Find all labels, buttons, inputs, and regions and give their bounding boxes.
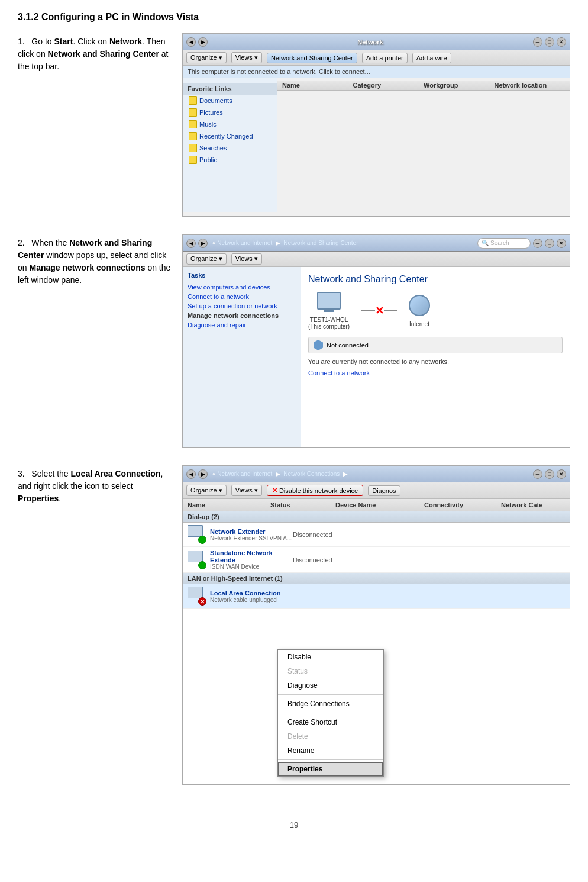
win3-disable-btn[interactable]: ✕ Disable this network device <box>267 485 363 496</box>
organize-btn[interactable]: Organize ▾ <box>186 52 227 63</box>
win1-notification[interactable]: This computer is not connected to a netw… <box>183 66 570 78</box>
red-status-icon: ✕ <box>198 597 206 606</box>
sidebar-link-documents[interactable]: Documents <box>183 95 277 107</box>
ne-status-val: Disconnected <box>293 531 332 538</box>
win2-left-pane: Tasks View computers and devices Connect… <box>183 267 301 447</box>
win2-views-btn[interactable]: Views ▾ <box>231 253 262 265</box>
win2-organize-btn[interactable]: Organize ▾ <box>186 253 227 265</box>
win1-maximize-btn[interactable]: □ <box>545 37 554 47</box>
win2-minimize-btn[interactable]: ─ <box>533 239 542 248</box>
internet-label: Internet <box>409 321 429 327</box>
ctx-disable[interactable]: Disable <box>278 650 383 664</box>
sharing-center-btn[interactable]: Network and Sharing Center <box>267 53 357 63</box>
col-connectivity-header: Connectivity <box>424 501 501 508</box>
pictures-icon <box>189 108 197 117</box>
bc-net-internet[interactable]: Network and Internet <box>217 240 272 246</box>
win2-forward-btn[interactable]: ▶ <box>198 239 208 248</box>
disable-btn-label: Disable this network device <box>279 487 358 494</box>
sharing-center-title: Network and Sharing Center <box>308 274 563 285</box>
green-status-icon-2 <box>198 561 206 569</box>
search-placeholder: Search <box>490 240 509 246</box>
win1-forward-btn[interactable]: ▶ <box>198 37 208 47</box>
win2-content: Tasks View computers and devices Connect… <box>183 267 570 447</box>
win1-close-btn[interactable]: ✕ <box>557 37 566 47</box>
col-status-header: Status <box>270 501 335 508</box>
win3-organize-btn[interactable]: Organize ▾ <box>186 485 227 496</box>
globe-icon <box>409 295 430 316</box>
sidebar-link-pictures[interactable]: Pictures <box>183 107 277 118</box>
step-2-screenshot: ◀ ▶ « Network and Internet ▶ Network and… <box>182 234 570 448</box>
bc3-net-connections[interactable]: Network Connections <box>283 471 340 477</box>
win2-back-btn[interactable]: ◀ <box>186 239 196 248</box>
win2-close-btn[interactable]: ✕ <box>557 239 566 248</box>
ctx-bridge[interactable]: Bridge Connections <box>278 697 383 711</box>
win1-toolbar: Organize ▾ Views ▾ Network and Sharing C… <box>183 50 570 66</box>
step-3-screenshot: ◀ ▶ « Network and Internet ▶ Network Con… <box>182 465 570 785</box>
sidebar-link-recently-changed[interactable]: Recently Changed <box>183 130 277 142</box>
pc-shape-1 <box>188 525 203 537</box>
col-workgroup: Workgroup <box>424 82 495 89</box>
win2-maximize-btn[interactable]: □ <box>545 239 554 248</box>
win1-minimize-btn[interactable]: ─ <box>533 37 542 47</box>
step-2-text: 2. When the Network and Sharing Center w… <box>18 234 172 287</box>
connect-link[interactable]: Connect to a network <box>308 369 370 376</box>
task-setup-connection[interactable]: Set up a connection or network <box>188 301 296 311</box>
disconnected-line: ✕ <box>361 305 397 316</box>
conn-row-standalone-extender[interactable]: Standalone Network Extende ISDN WAN Devi… <box>183 547 570 573</box>
step-1-number: 1. <box>18 37 29 46</box>
conn-row-local-area[interactable]: ✕ Local Area Connection Network cable un… <box>183 584 570 609</box>
ctx-rename[interactable]: Rename <box>278 743 383 758</box>
lan-section-header: LAN or High-Speed Internet (1) <box>183 573 570 584</box>
computer-label: TEST1-WHQL(This computer) <box>308 317 350 330</box>
win3-minimize-btn[interactable]: ─ <box>533 469 542 479</box>
add-printer-btn[interactable]: Add a printer <box>362 53 408 63</box>
sidebar-link-public[interactable]: Public <box>183 154 277 166</box>
add-wire-btn[interactable]: Add a wire <box>412 53 451 63</box>
win1-back-btn[interactable]: ◀ <box>186 37 196 47</box>
task-diagnose[interactable]: Diagnose and repair <box>188 320 296 330</box>
sidebar-link-public-label: Public <box>199 156 217 163</box>
standalone-extender-sub: ISDN WAN Device <box>210 564 293 570</box>
public-icon <box>189 156 197 164</box>
task-view-computers[interactable]: View computers and devices <box>188 282 296 292</box>
win2-right-pane: Network and Sharing Center TEST1-WHQL(Th… <box>301 267 570 447</box>
step-1-screenshot: ◀ ▶ Network ─ □ ✕ Organize ▾ Views ▾ Net… <box>182 33 570 217</box>
win3-breadcrumb: « Network and Internet ▶ Network Connect… <box>212 471 348 477</box>
network-info: You are currently not connected to any n… <box>308 358 563 365</box>
network-extender-name: Network Extender Network Extender SSLVPN… <box>210 528 293 542</box>
win3-forward-btn[interactable]: ▶ <box>198 469 208 479</box>
ctx-diagnose[interactable]: Diagnose <box>278 678 383 693</box>
win3-titlebar: ◀ ▶ « Network and Internet ▶ Network Con… <box>183 466 570 482</box>
ctx-create-shortcut[interactable]: Create Shortcut <box>278 715 383 729</box>
win1-title: Network <box>210 38 531 46</box>
views-btn[interactable]: Views ▾ <box>231 52 262 63</box>
sidebar-link-music-label: Music <box>199 121 217 128</box>
context-menu: Disable Status Diagnose Bridge Connectio… <box>277 649 384 777</box>
task-connect-network[interactable]: Connect to a network <box>188 292 296 301</box>
win3-diagnose-btn[interactable]: Diagnos <box>368 485 400 496</box>
green-status-icon-1 <box>198 536 206 544</box>
ctx-divider-1 <box>278 694 383 695</box>
win1-content: Favorite Links Documents Pictures Music <box>183 78 570 212</box>
local-area-name: Local Area Connection Network cable unpl… <box>210 590 293 603</box>
win2-search[interactable]: 🔍 Search <box>477 238 531 249</box>
bc3-net-internet[interactable]: Network and Internet <box>217 471 272 477</box>
step-2-number: 2. <box>18 238 29 247</box>
recently-changed-icon <box>189 132 197 140</box>
searches-icon <box>189 144 197 152</box>
task-manage-connections[interactable]: Manage network connections <box>188 311 296 320</box>
sidebar-link-searches[interactable]: Searches <box>183 142 277 154</box>
bc-sharing-center[interactable]: Network and Sharing Center <box>283 240 358 246</box>
sidebar-link-recently-changed-label: Recently Changed <box>199 133 253 140</box>
win3-maximize-btn[interactable]: □ <box>545 469 554 479</box>
ctx-properties[interactable]: Properties <box>278 762 383 776</box>
conn-row-network-extender[interactable]: Network Extender Network Extender SSLVPN… <box>183 523 570 547</box>
documents-icon <box>189 96 197 105</box>
win3-back-btn[interactable]: ◀ <box>186 469 196 479</box>
network-extender-label: Network Extender <box>210 528 293 535</box>
win3-close-btn[interactable]: ✕ <box>557 469 566 479</box>
not-connected-label: Not connected <box>327 342 369 349</box>
sidebar-link-music[interactable]: Music <box>183 118 277 130</box>
local-area-label: Local Area Connection <box>210 590 293 597</box>
win3-views-btn[interactable]: Views ▾ <box>231 485 262 496</box>
